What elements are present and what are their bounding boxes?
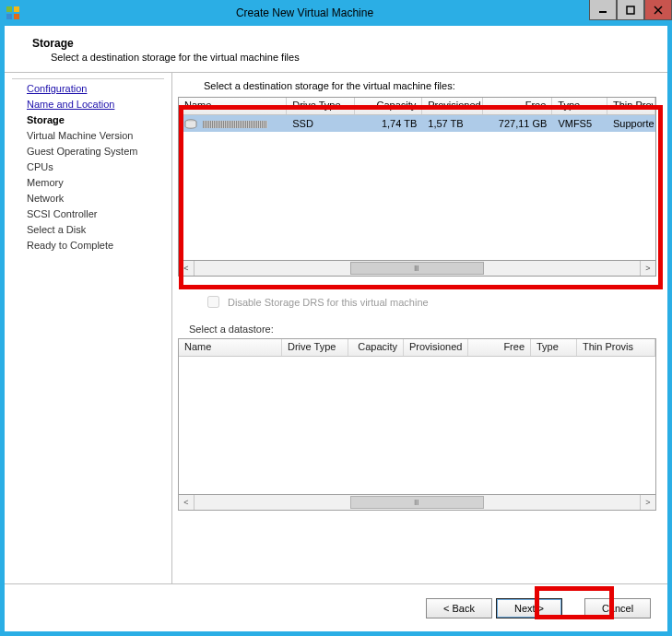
- disable-drs-label: Disable Storage DRS for this virtual mac…: [228, 297, 429, 308]
- storage-row-selected[interactable]: SSD 1,74 TB 1,57 TB 727,11 GB VMFS5 Supp…: [179, 115, 655, 132]
- step-configuration[interactable]: Configuration: [12, 81, 164, 97]
- step-memory: Memory: [12, 175, 164, 191]
- scroll-left-icon: <: [179, 495, 195, 510]
- step-scsi-controller: SCSI Controller: [12, 206, 164, 222]
- storage-row-free: 727,11 GB: [483, 117, 553, 130]
- col-name[interactable]: Name: [179, 98, 287, 114]
- col-thin-provisioning[interactable]: Thin Prov: [607, 98, 655, 114]
- col-provisioned[interactable]: Provisioned: [422, 98, 483, 114]
- svg-rect-3: [14, 14, 19, 19]
- page-subtitle: Select a destination storage for the vir…: [51, 52, 658, 63]
- datastore-table-hscroll: < Ⅲ >: [178, 495, 656, 511]
- ds-col-capacity: Capacity: [348, 339, 404, 356]
- ds-col-drive-type: Drive Type: [282, 339, 348, 356]
- col-type[interactable]: Type: [552, 98, 607, 114]
- step-select-a-disk: Select a Disk: [12, 222, 164, 238]
- wizard-footer: < Back Next > Cancel: [5, 583, 667, 631]
- wizard-body: Configuration Name and Location Storage …: [5, 73, 667, 583]
- step-virtual-machine-version: Virtual Machine Version: [12, 128, 164, 144]
- storage-table[interactable]: Name Drive Type Capacity Provisioned Fre…: [178, 97, 656, 261]
- ds-col-name: Name: [179, 339, 282, 356]
- scroll-right-icon: >: [640, 495, 655, 510]
- ds-col-type: Type: [531, 339, 577, 356]
- scroll-track[interactable]: Ⅲ: [195, 261, 640, 276]
- titlebar: Create New Virtual Machine: [0, 0, 672, 26]
- close-button[interactable]: [644, 0, 672, 20]
- step-network: Network: [12, 191, 164, 206]
- app-icon: [6, 6, 20, 20]
- col-free[interactable]: Free: [483, 98, 553, 114]
- datastore-icon: [184, 119, 197, 130]
- ds-col-provisioned: Provisioned: [404, 339, 468, 356]
- ds-col-free: Free: [468, 339, 531, 356]
- storage-table-hscroll[interactable]: < Ⅲ >: [178, 261, 656, 277]
- col-drive-type[interactable]: Drive Type: [287, 98, 355, 114]
- maximize-button[interactable]: [617, 0, 644, 20]
- svg-rect-0: [6, 6, 12, 12]
- ds-col-thin-provisioning: Thin Provis: [577, 339, 655, 356]
- storage-row-name-text: [203, 121, 267, 128]
- scroll-track: Ⅲ: [195, 495, 640, 510]
- cancel-button[interactable]: Cancel: [584, 598, 651, 618]
- wizard-content: Select a destination storage for the vir…: [172, 73, 667, 583]
- select-datastore-label: Select a datastore:: [178, 324, 656, 338]
- storage-instruction: Select a destination storage for the vir…: [178, 78, 656, 97]
- storage-row-name: [179, 116, 287, 130]
- storage-row-capacity: 1,74 TB: [355, 117, 423, 130]
- scroll-thumb: Ⅲ: [350, 496, 484, 509]
- step-name-and-location[interactable]: Name and Location: [12, 97, 164, 112]
- storage-row-provisioned: 1,57 TB: [422, 117, 483, 130]
- step-cpus: CPUs: [12, 159, 164, 175]
- col-capacity[interactable]: Capacity: [355, 98, 423, 114]
- svg-rect-2: [6, 14, 12, 19]
- scroll-thumb[interactable]: Ⅲ: [350, 262, 484, 275]
- datastore-table: Name Drive Type Capacity Provisioned Fre…: [178, 338, 656, 495]
- step-guest-operating-system: Guest Operating System: [12, 144, 164, 159]
- storage-row-drive: SSD: [287, 117, 355, 130]
- scroll-left-icon[interactable]: <: [179, 261, 195, 276]
- scroll-right-icon[interactable]: >: [640, 261, 655, 276]
- svg-rect-5: [627, 6, 634, 14]
- back-button[interactable]: < Back: [426, 598, 492, 618]
- disable-drs-checkbox: [207, 296, 219, 308]
- page-title: Storage: [32, 37, 658, 50]
- storage-table-header: Name Drive Type Capacity Provisioned Fre…: [179, 98, 655, 115]
- minimize-button[interactable]: [589, 0, 617, 20]
- svg-rect-1: [14, 6, 19, 12]
- wizard-header: Storage Select a destination storage for…: [5, 26, 667, 73]
- wizard-steps-sidebar: Configuration Name and Location Storage …: [5, 73, 172, 583]
- storage-row-type: VMFS5: [552, 117, 607, 130]
- next-button[interactable]: Next >: [496, 598, 562, 618]
- datastore-table-header: Name Drive Type Capacity Provisioned Fre…: [179, 339, 655, 357]
- window-buttons: [589, 0, 672, 20]
- window-title: Create New Virtual Machine: [20, 6, 589, 19]
- step-ready-to-complete: Ready to Complete: [12, 238, 164, 253]
- step-storage: Storage: [12, 112, 164, 128]
- storage-row-thin: Supporte: [607, 117, 655, 130]
- disable-drs-row: Disable Storage DRS for this virtual mac…: [178, 277, 656, 324]
